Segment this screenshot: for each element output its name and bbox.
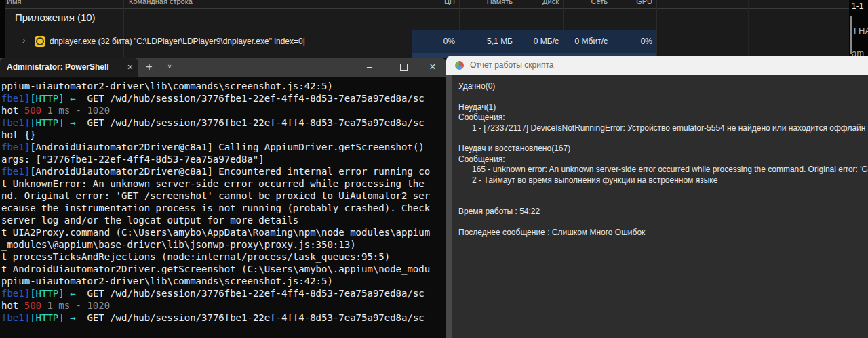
terminal-line: fbe1][HTTP] → GET /wd/hub/session/3776fb… [1, 312, 446, 324]
terminal-line: hot 500 1 ms - 1020 [1, 299, 446, 312]
report-line: Сообщения: [458, 154, 868, 165]
report-line [458, 133, 868, 144]
terminal-line: t processTicksAndRejections (node:intern… [1, 251, 446, 263]
dnplayer-app-icon [35, 36, 45, 47]
column-header-gpu[interactable]: GPU [612, 0, 656, 5]
terminal-line: hot {} [1, 129, 446, 141]
terminal-line: t UIA2Proxy.command (C:\Users\amybo\AppD… [1, 226, 446, 238]
terminal-line: ecause the instrumentation process is no… [1, 202, 446, 214]
process-name: dnplayer.exe (32 бита) [50, 37, 132, 46]
terminal-tab[interactable]: Administrator: PowerShell × [0, 58, 138, 77]
report-line [458, 91, 868, 102]
screen: Имя Командная строка ЦП Память Диск Сеть… [0, 0, 868, 338]
report-line: Удачно(0) [458, 81, 868, 91]
expand-chevron-icon[interactable]: › [22, 35, 26, 45]
disk-cell: 0 МБ/с [517, 30, 563, 53]
close-button[interactable]: × [419, 58, 446, 77]
process-command-line: "C:\LDPlayer\LDPlayer9\dnplayer.exe" ind… [134, 37, 305, 46]
terminal-line: fbe1][HTTP] ← GET /wd/hub/session/3776fb… [1, 92, 446, 104]
report-line: Неудач и восстановлено(167) [458, 144, 868, 154]
column-header-network[interactable]: Сеть [563, 0, 612, 5]
report-line: Время работы : 54:22 [458, 207, 868, 217]
terminal-line: _modules\@appium\base-driver\lib\jsonwp-… [1, 238, 446, 251]
terminal-line: ppium-uiautomator2-driver\lib\commands\s… [1, 80, 446, 92]
terminal-line: fbe1][HTTP] ← GET /wd/hub/session/3776fb… [1, 287, 446, 299]
report-line: Сообщения: [458, 112, 868, 123]
report-window: Отчет работы скрипта Удачно(0) Неудач(1)… [446, 56, 868, 338]
memory-cell: 5,1 МБ [459, 30, 517, 53]
report-content[interactable]: Удачно(0) Неудач(1)Сообщения: 1 - [72337… [446, 75, 868, 338]
network-cell: 0 Мбит/с [563, 30, 612, 53]
report-line: Последнее сообщение : Слишком Много Ошиб… [458, 228, 868, 238]
terminal-line: t AndroidUiautomator2Driver.getScreensho… [1, 263, 446, 275]
terminal-line: fbe1][AndroidUiautomator2Driver@c8a1] En… [1, 165, 446, 177]
report-line [458, 186, 868, 196]
terminal-line: t UnknownError: An unknown server-side e… [1, 177, 446, 190]
report-line: 165 - unknown error: An unknown server-s… [458, 165, 868, 175]
terminal-line: server log and/or the logcat output for … [1, 214, 446, 226]
maximize-button[interactable] [390, 58, 417, 77]
minimize-button[interactable]: – [356, 58, 383, 77]
terminal-line: fbe1][AndroidUiautomator2Driver@c8a1] Ca… [1, 141, 446, 153]
background-text-fragment: 1-1 [852, 1, 863, 11]
report-line [458, 217, 868, 227]
terminal-window: Administrator: PowerShell × + ∨ – × ppiu… [0, 58, 446, 338]
column-header-command-line[interactable]: Командная строка [129, 0, 193, 5]
report-title-bar[interactable]: Отчет работы скрипта [446, 56, 868, 75]
tab-close-icon[interactable]: × [127, 58, 133, 77]
column-header-cpu[interactable]: ЦП [412, 0, 459, 5]
terminal-line: hot 500 1 ms - 1020 [1, 104, 446, 117]
report-line [458, 196, 868, 206]
terminal-line: fbe1][HTTP] → GET /wd/hub/session/3776fb… [1, 117, 446, 129]
process-row[interactable]: › dnplayer.exe (32 бита) "C:\LDPlayer\LD… [5, 30, 849, 53]
chevron-down-icon[interactable]: ∨ [161, 58, 178, 77]
background-text-fragment: ГНА [854, 26, 868, 36]
terminal-line: args: ["3776fbe1-22ef-4ff4-8d53-7ea75a97… [1, 153, 446, 165]
new-tab-icon[interactable]: + [140, 58, 159, 77]
report-line: Неудач(1) [458, 102, 868, 112]
report-window-title: Отчет работы скрипта [470, 56, 553, 75]
column-header-disk[interactable]: Диск [517, 0, 563, 5]
report-line: 1 - [723372117] DeviceIsNotRunningError:… [458, 123, 868, 133]
column-header-memory[interactable]: Память [459, 0, 517, 5]
terminal-title-bar[interactable]: Administrator: PowerShell × + ∨ – × [0, 58, 446, 77]
process-group-label[interactable]: Приложения (10) [15, 12, 96, 23]
terminal-content[interactable]: ppium-uiautomator2-driver\lib\commands\s… [0, 77, 446, 338]
background-scrollbar[interactable] [850, 16, 852, 54]
cpu-cell: 0% [412, 30, 459, 53]
column-header-name[interactable]: Имя [7, 0, 21, 5]
terminal-line: ppium-uiautomator2-driver\lib\commands\s… [1, 275, 446, 287]
gpu-cell: 0% [612, 30, 656, 53]
terminal-tab-title: Administrator: PowerShell [7, 58, 109, 77]
report-line: 2 - Таймаут во время выполнения функции … [458, 175, 868, 186]
terminal-line: nd. Original error: 'GET /screenshot' ca… [1, 190, 446, 202]
header-separator [5, 8, 849, 9]
pie-chart-icon [455, 61, 464, 70]
